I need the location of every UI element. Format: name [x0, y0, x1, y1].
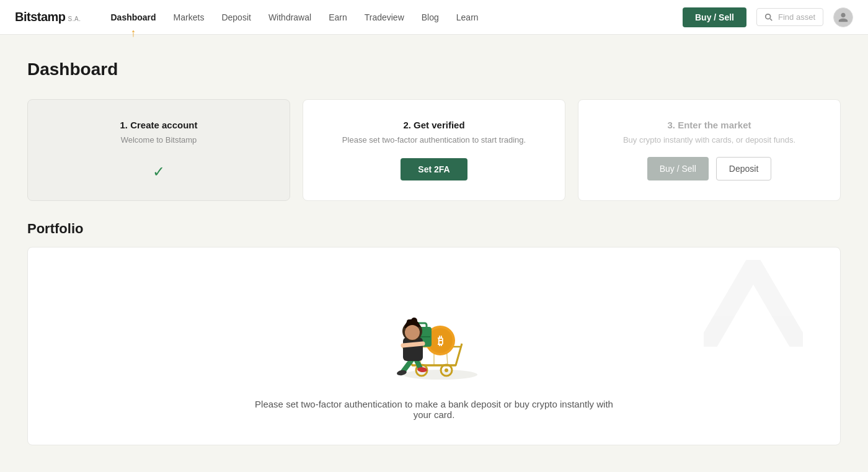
- step-2-title: 2. Get verified: [403, 120, 464, 130]
- nav-item-earn[interactable]: Earn: [329, 12, 347, 22]
- step-3-deposit-button[interactable]: Deposit: [716, 157, 771, 180]
- step-3-subtitle: Buy crypto instantly with cards, or depo…: [623, 135, 795, 145]
- nav-item-learn[interactable]: Learn: [456, 12, 479, 22]
- search-area[interactable]: Find asset: [756, 8, 823, 26]
- svg-point-6: [445, 368, 448, 372]
- svg-line-1: [770, 19, 772, 20]
- search-icon: [764, 13, 773, 22]
- portfolio-illustration: ₿: [366, 272, 502, 384]
- portfolio-card: ₿: [27, 247, 841, 445]
- svg-point-25: [405, 325, 420, 340]
- nav-item-withdrawal[interactable]: Withdrawal: [268, 12, 311, 22]
- svg-point-0: [766, 14, 771, 19]
- nav-arrow-indicator: ↑: [131, 27, 136, 40]
- user-avatar[interactable]: [833, 7, 853, 27]
- portfolio-message: Please set two-factor authentication to …: [248, 399, 620, 420]
- set-2fa-button[interactable]: Set 2FA: [401, 158, 467, 180]
- nav-item-blog[interactable]: Blog: [422, 12, 439, 22]
- nav-item-tradeview[interactable]: Tradeview: [365, 12, 404, 22]
- nav-dashboard-wrapper: Dashboard ↑: [110, 12, 156, 22]
- nav-item-markets[interactable]: Markets: [174, 12, 205, 22]
- nav-item-dashboard[interactable]: Dashboard: [110, 12, 156, 22]
- step-1-subtitle: Welcome to Bitstamp: [121, 135, 197, 145]
- main-nav: Dashboard ↑ Markets Deposit Withdrawal E…: [110, 12, 683, 22]
- step-card-enter-market: 3. Enter the market Buy crypto instantly…: [578, 99, 841, 201]
- header-buy-sell-button[interactable]: Buy / Sell: [683, 7, 746, 27]
- step-card-get-verified: 2. Get verified Please set two-factor au…: [303, 99, 565, 201]
- step-1-title: 1. Create account: [120, 120, 197, 130]
- svg-text:₿: ₿: [438, 335, 443, 347]
- steps-row: 1. Create account Welcome to Bitstamp ✓ …: [27, 99, 841, 201]
- svg-line-23: [403, 344, 423, 345]
- svg-point-27: [411, 318, 417, 324]
- step-3-buy-sell-button[interactable]: Buy / Sell: [647, 157, 709, 180]
- step-2-subtitle: Please set two-factor authentication to …: [342, 135, 526, 145]
- header-right: Buy / Sell Find asset: [683, 7, 853, 27]
- page-title: Dashboard: [27, 60, 841, 79]
- step-1-check-icon: ✓: [153, 163, 165, 180]
- step-3-actions: Buy / Sell Deposit: [647, 157, 772, 180]
- logo-main: Bitstamp: [15, 10, 66, 24]
- step-card-create-account: 1. Create account Welcome to Bitstamp ✓: [27, 99, 290, 201]
- logo-sub: S.A.: [68, 16, 81, 22]
- portfolio-section-title: Portfolio: [27, 221, 841, 237]
- user-icon: [838, 12, 849, 23]
- logo[interactable]: Bitstamp S.A.: [15, 10, 81, 24]
- watermark-arrow-icon: [704, 260, 803, 347]
- search-placeholder-text: Find asset: [778, 12, 815, 22]
- svg-point-26: [407, 319, 412, 324]
- nav-item-deposit[interactable]: Deposit: [221, 12, 250, 22]
- step-3-title: 3. Enter the market: [667, 120, 751, 130]
